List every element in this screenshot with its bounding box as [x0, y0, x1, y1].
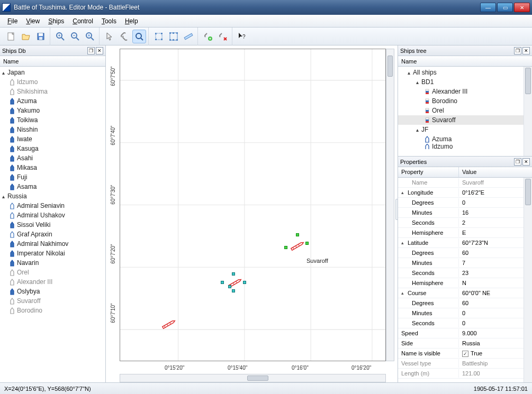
- tree-ship[interactable]: Sissoi Veliki: [0, 220, 105, 230]
- ships-db-col-header[interactable]: Name: [0, 56, 105, 67]
- link-remove-icon[interactable]: [216, 30, 230, 43]
- menu-help[interactable]: Help: [121, 16, 142, 26]
- menu-file[interactable]: File: [3, 16, 22, 26]
- link-add-icon[interactable]: [201, 30, 215, 43]
- property-row[interactable]: ▴Latitude60°7'23"N: [398, 238, 532, 248]
- minimize-button[interactable]: —: [480, 3, 496, 12]
- property-row[interactable]: NameSuvaroff: [398, 178, 532, 188]
- tree-ship[interactable]: Suvaroff: [398, 115, 532, 125]
- tree-ship[interactable]: Asahi: [0, 153, 105, 163]
- property-row[interactable]: ▴Longitude0°16'2"E: [398, 188, 532, 198]
- maximize-button[interactable]: ▭: [497, 3, 513, 12]
- property-row[interactable]: Length (m)121.00: [398, 369, 532, 379]
- property-row[interactable]: ▴Course60°0'0" NE: [398, 288, 532, 298]
- zoom-out-icon[interactable]: [68, 30, 82, 43]
- property-row[interactable]: Degrees60: [398, 248, 532, 258]
- panel-close-icon[interactable]: ✕: [522, 47, 530, 54]
- tree-ship[interactable]: Borodino: [398, 96, 532, 106]
- tree-ship[interactable]: Azuma: [0, 96, 105, 106]
- tree-ship[interactable]: Azuma: [398, 134, 532, 144]
- property-row[interactable]: Seconds2: [398, 218, 532, 228]
- tree-group[interactable]: ▴Russia: [0, 191, 105, 201]
- tree-ship[interactable]: Navarin: [0, 258, 105, 268]
- panel-close-icon[interactable]: ✕: [522, 158, 530, 166]
- map-ship[interactable]: [160, 319, 178, 331]
- panel-close-icon[interactable]: ✕: [96, 47, 103, 54]
- tree-ship[interactable]: Kasuga: [0, 144, 105, 153]
- tree-ship[interactable]: Yakumo: [0, 106, 105, 115]
- menu-control[interactable]: Control: [68, 16, 97, 26]
- tree-ship[interactable]: Alexander III: [0, 277, 105, 287]
- ships-tree-col-header[interactable]: Name: [398, 56, 532, 67]
- property-row[interactable]: Seconds23: [398, 268, 532, 278]
- zoom-fit-icon[interactable]: [83, 30, 97, 43]
- tree-group[interactable]: ▴Japan: [0, 68, 105, 77]
- property-row[interactable]: Degrees0: [398, 198, 532, 208]
- select-rect-icon[interactable]: [152, 30, 166, 43]
- properties-table[interactable]: NameSuvaroff▴Longitude0°16'2"EDegrees0Mi…: [398, 178, 532, 382]
- property-row[interactable]: Minutes16: [398, 208, 532, 218]
- ships-db-tree[interactable]: ▴JapanIdzumoShikishimaAzumaYakumoToikiwa…: [0, 67, 105, 382]
- menu-ships[interactable]: Ships: [44, 16, 68, 26]
- tree-group[interactable]: ▴JF: [398, 125, 532, 134]
- property-row[interactable]: Minutes0: [398, 308, 532, 318]
- menu-tools[interactable]: Tools: [97, 16, 121, 26]
- map-hscroll[interactable]: [120, 374, 386, 382]
- tree-ship[interactable]: Borodino: [0, 306, 105, 315]
- tree-ship[interactable]: Imperator Nikolai: [0, 249, 105, 258]
- tree-group[interactable]: ▴BD1: [398, 77, 532, 87]
- tree-ship[interactable]: Nisshin: [0, 125, 105, 134]
- pointer-icon[interactable]: [103, 30, 116, 43]
- property-row[interactable]: Degrees60: [398, 298, 532, 308]
- tree-ship[interactable]: Graf Apraxin: [0, 230, 105, 239]
- save-icon[interactable]: [34, 30, 48, 43]
- map-vscroll[interactable]: [386, 49, 394, 361]
- map-canvas[interactable]: Suvaroff: [120, 49, 386, 361]
- link-icon[interactable]: [118, 30, 131, 43]
- property-row[interactable]: Name is visible✓True: [398, 349, 532, 359]
- open-file-icon[interactable]: [19, 30, 33, 43]
- property-row[interactable]: HemisphereN: [398, 278, 532, 288]
- tree-ship[interactable]: Oslybya: [0, 287, 105, 296]
- tree-ship[interactable]: Orel: [0, 268, 105, 277]
- prop-col-value[interactable]: Value: [459, 167, 532, 177]
- ships-tree[interactable]: ▴All ships▴BD1Alexander IIIBorodinoOrelS…: [398, 67, 532, 156]
- zoom-region-icon[interactable]: [132, 30, 146, 43]
- tree-ship[interactable]: Admiral Nakhimov: [0, 239, 105, 249]
- measure-icon[interactable]: [182, 30, 195, 43]
- tree-ship[interactable]: Iwate: [0, 134, 105, 144]
- panel-float-icon[interactable]: ❐: [514, 47, 521, 54]
- tree-ship[interactable]: Admiral Ushakov: [0, 210, 105, 220]
- tree-ship[interactable]: Idzumo: [0, 77, 105, 87]
- property-row[interactable]: SideRussia: [398, 338, 532, 349]
- select-all-icon[interactable]: [167, 30, 181, 43]
- prop-col-property[interactable]: Property: [398, 167, 459, 177]
- menu-view[interactable]: View: [22, 16, 44, 26]
- map-ship[interactable]: [226, 278, 244, 290]
- tree-ship[interactable]: Alexander III: [398, 87, 532, 96]
- tree-ship[interactable]: Shikishima: [0, 87, 105, 96]
- zoom-in-icon[interactable]: [53, 30, 67, 43]
- tree-ship[interactable]: Mikasa: [0, 163, 105, 172]
- properties-scroll[interactable]: [524, 178, 532, 382]
- property-row[interactable]: Minutes7: [398, 258, 532, 268]
- property-row[interactable]: Vessel typeBattleship: [398, 359, 532, 369]
- tree-ship[interactable]: Idzumo: [398, 144, 532, 149]
- panel-float-icon[interactable]: ❐: [514, 158, 521, 166]
- tree-root[interactable]: ▴All ships: [398, 68, 532, 77]
- map-ship-suvaroff[interactable]: [288, 241, 306, 253]
- help-cursor-icon[interactable]: ?: [236, 30, 249, 43]
- new-file-icon[interactable]: [4, 30, 18, 43]
- property-row[interactable]: Seconds0: [398, 318, 532, 328]
- ships-tree-scroll[interactable]: [524, 67, 532, 156]
- panel-float-icon[interactable]: ❐: [87, 47, 95, 54]
- tree-ship[interactable]: Asama: [0, 182, 105, 191]
- tree-ship[interactable]: Orel: [398, 106, 532, 115]
- property-row[interactable]: HemisphereE: [398, 228, 532, 238]
- property-row[interactable]: Speed9.000: [398, 328, 532, 338]
- tree-ship[interactable]: Admiral Seniavin: [0, 201, 105, 210]
- tree-ship[interactable]: Fuji: [0, 172, 105, 182]
- tree-ship[interactable]: Toikiwa: [0, 115, 105, 125]
- tree-ship[interactable]: Suvaroff: [0, 296, 105, 306]
- close-button[interactable]: ✕: [514, 3, 530, 12]
